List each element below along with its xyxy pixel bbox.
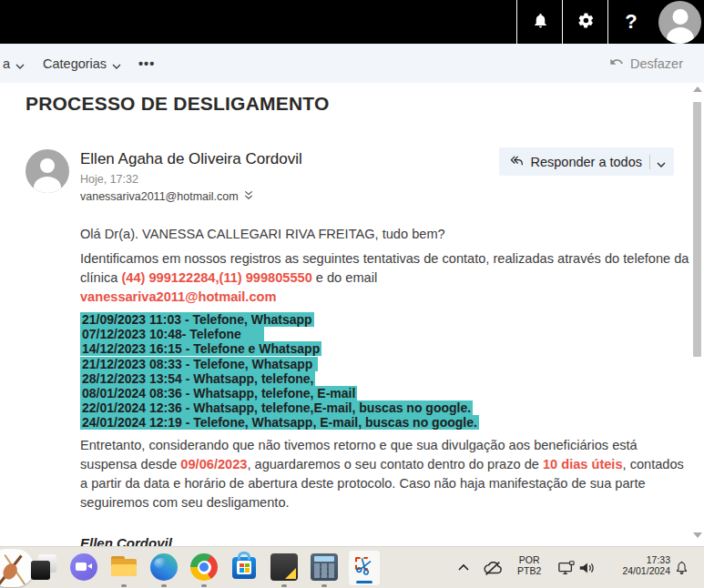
settings-button[interactable] bbox=[563, 0, 608, 44]
edge-browser-icon[interactable] bbox=[150, 553, 178, 581]
reply-all-label: Responder a todos bbox=[530, 155, 642, 169]
contact-email-link[interactable]: vanessariva2011@hotmail.com bbox=[80, 289, 276, 304]
notes-app-icon[interactable] bbox=[270, 553, 298, 581]
double-chevron-down-icon bbox=[244, 190, 253, 203]
attempt-row: 21/12/2023 08:33 - Telefone, Whatsapp bbox=[80, 357, 692, 371]
reading-pane: PROCESSO DE DESLIGAMENTO Ellen Agaha de … bbox=[0, 83, 704, 546]
help-button[interactable]: ? bbox=[608, 0, 654, 44]
undo-label: Desfazer bbox=[630, 56, 683, 71]
attempt-row: 24/01/2024 12:19 - Telefone, Whatsapp, E… bbox=[80, 415, 692, 430]
undo-button[interactable]: Desfazer bbox=[609, 55, 683, 72]
store-logo-quadrant bbox=[240, 563, 244, 568]
clock-time: 17:33 bbox=[616, 554, 670, 565]
avatar-head-shape bbox=[672, 9, 688, 25]
store-logo-quadrant bbox=[245, 563, 250, 568]
sent-time: Hoje, 17:32 bbox=[80, 173, 138, 186]
file-explorer-icon[interactable] bbox=[110, 553, 138, 581]
window-front-shape bbox=[31, 561, 50, 580]
attempt-row: 22/01/2024 12:36 - Whatsapp, telefone,E-… bbox=[80, 400, 692, 415]
volume-icon[interactable] bbox=[577, 547, 596, 588]
attempt-row: 21/09/2023 11:03 - Telefone, Whatsapp bbox=[80, 312, 692, 327]
scrollbar-thumb[interactable] bbox=[693, 102, 701, 357]
help-icon: ? bbox=[625, 10, 637, 34]
bell-icon bbox=[532, 12, 549, 33]
greeting-text: Olá Dr(a). VANESSA CALLEGARI RIVA FREITA… bbox=[80, 227, 445, 241]
scroll-down-arrow[interactable] bbox=[693, 532, 702, 538]
speaker-icon bbox=[577, 560, 596, 576]
categories-label: Categorias bbox=[43, 56, 107, 71]
chrome-browser-icon[interactable] bbox=[190, 553, 218, 581]
closing-mid-text: , aguardaremos o seu contato dentro do p… bbox=[247, 457, 543, 471]
folded-corner-shape bbox=[285, 568, 296, 579]
contact-phones: (44) 999122284,(11) 999805550 bbox=[121, 270, 311, 285]
button-divider bbox=[649, 155, 650, 169]
ellipsis-icon: ••• bbox=[138, 56, 155, 71]
command-toolbar: a Categorias ••• Desfazer bbox=[0, 44, 704, 83]
chevron-down-icon bbox=[15, 59, 24, 67]
attempt-row: 14/12/2023 16:15 - Telefone e Whatsapp bbox=[80, 341, 692, 356]
contact-attempts-list: 21/09/2023 11:03 - Telefone, Whatsapp 07… bbox=[80, 312, 692, 431]
notifications-button[interactable] bbox=[517, 0, 563, 44]
toolbar-partial-label: a bbox=[3, 56, 10, 71]
calculator-icon[interactable] bbox=[311, 553, 338, 581]
tray-expand-button[interactable] bbox=[457, 547, 470, 588]
running-indicator bbox=[281, 584, 287, 587]
suspension-date: 09/06/2023 bbox=[180, 457, 247, 471]
chevron-up-icon bbox=[457, 562, 470, 574]
running-indicator bbox=[121, 584, 127, 587]
email-subject: PROCESSO DE DESLIGAMENTO bbox=[26, 93, 329, 115]
recipient-address: vanessariva2011@hotmail.com bbox=[80, 190, 239, 203]
cloud-slash-icon bbox=[483, 559, 503, 577]
app-top-bar: ? bbox=[0, 0, 704, 44]
gear-icon bbox=[577, 12, 595, 33]
sender-name[interactable]: Ellen Agaha de Oliveira Cordovil bbox=[80, 150, 302, 168]
notification-center-button[interactable] bbox=[674, 547, 689, 588]
microsoft-store-icon[interactable] bbox=[232, 557, 256, 579]
onedrive-paused-icon[interactable] bbox=[483, 547, 503, 588]
overlap-windows-icon[interactable] bbox=[30, 553, 57, 581]
camera-lens-shape bbox=[87, 563, 92, 569]
contact-paragraph: Identificamos em nossos registros as seg… bbox=[80, 249, 692, 307]
toolbar-item-partial[interactable]: a bbox=[3, 56, 24, 71]
camera-shape bbox=[76, 563, 87, 571]
store-logo-quadrant bbox=[240, 568, 244, 573]
reply-all-button[interactable]: Responder a todos bbox=[499, 147, 674, 176]
greeting-paragraph: Olá Dr(a). VANESSA CALLEGARI RIVA FREITA… bbox=[80, 225, 692, 244]
running-indicator bbox=[201, 584, 207, 587]
chrome-center-shape bbox=[199, 563, 209, 572]
network-icon[interactable] bbox=[557, 547, 576, 588]
store-logo-quadrant bbox=[245, 568, 250, 573]
more-options-button[interactable]: ••• bbox=[138, 56, 155, 71]
attempt-row: 28/12/2023 13:54 - Whatsapp, telefone, bbox=[80, 371, 692, 386]
account-avatar[interactable] bbox=[658, 1, 701, 44]
avatar-head-shape bbox=[40, 158, 55, 173]
sender-avatar[interactable] bbox=[26, 149, 69, 193]
clock[interactable]: 17:33 24/01/2024 bbox=[616, 553, 670, 588]
reply-all-icon bbox=[508, 153, 524, 171]
language-indicator[interactable]: POR PTB2 bbox=[514, 553, 545, 588]
bell-outline-icon bbox=[674, 560, 689, 576]
scissors-shape bbox=[355, 556, 375, 576]
folder-front-shape bbox=[111, 564, 137, 576]
video-chat-icon[interactable] bbox=[70, 553, 97, 581]
language-code: POR bbox=[517, 554, 541, 565]
chevron-down-icon[interactable] bbox=[657, 157, 665, 166]
avatar-body-shape bbox=[34, 177, 61, 193]
monitor-network-icon bbox=[557, 560, 576, 576]
recipient-row[interactable]: vanessariva2011@hotmail.com bbox=[80, 190, 253, 203]
running-indicator bbox=[161, 584, 167, 587]
snipping-tool-icon[interactable] bbox=[349, 551, 380, 585]
windows-taskbar: POR PTB2 17:33 24/01/2024 bbox=[0, 546, 704, 588]
attempt-row: 07/12/2023 10:48- Telefone bbox=[80, 327, 692, 341]
categories-button[interactable]: Categorias bbox=[43, 56, 120, 71]
calc-keys-shape bbox=[314, 563, 334, 578]
avatar-body-shape bbox=[667, 27, 694, 44]
active-window-indicator bbox=[356, 581, 372, 583]
deadline-text: 10 dias úteis bbox=[543, 457, 623, 471]
clock-date: 24/01/2024 bbox=[616, 565, 670, 576]
vertical-scrollbar[interactable] bbox=[689, 83, 704, 546]
closing-paragraph: Entretanto, considerando que não tivemos… bbox=[80, 436, 692, 512]
contact-connector-text: e do email bbox=[312, 270, 377, 285]
scroll-up-arrow[interactable] bbox=[693, 86, 702, 92]
email-body: Olá Dr(a). VANESSA CALLEGARI RIVA FREITA… bbox=[80, 225, 692, 551]
